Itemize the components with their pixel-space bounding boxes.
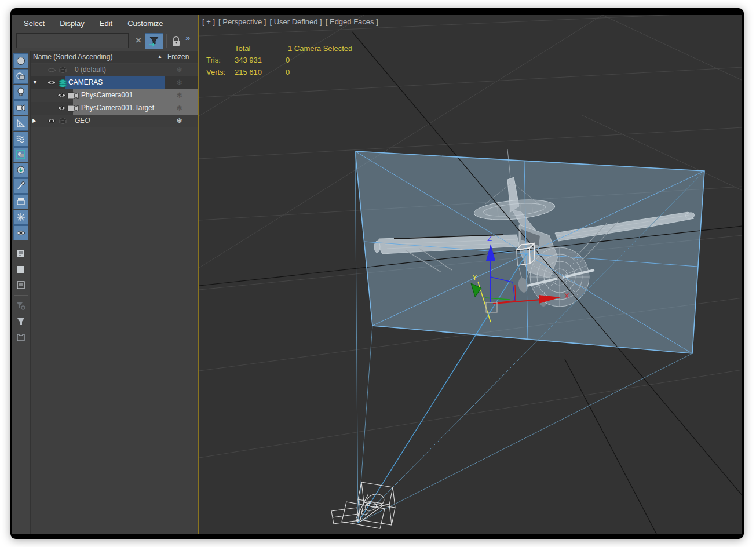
viewport-canvas[interactable]: X Y Z (199, 15, 742, 534)
display-containers-button[interactable] (13, 194, 28, 209)
display-hidden-button[interactable] (13, 225, 28, 240)
camera-object-icon (67, 92, 79, 100)
menu-edit[interactable]: Edit (100, 19, 112, 28)
cell-divider (165, 76, 165, 89)
group-icon (16, 149, 26, 160)
list-icon (16, 249, 26, 259)
set-square-icon (16, 118, 26, 129)
camera-icon (16, 103, 26, 113)
frozen-toggle[interactable]: ❄ (176, 91, 182, 100)
lightbulb-icon (16, 87, 26, 97)
layer-label: CAMERAS (68, 78, 103, 86)
perspective-viewport[interactable]: X Y Z [ + ] [ Perspective ] [ User Defin… (199, 15, 742, 534)
camera-object-icon (67, 104, 79, 112)
square-icon (16, 264, 26, 275)
stats-tris-selected: 0 (286, 56, 290, 64)
funnel-gear-icon (16, 301, 26, 311)
viewport-label: [ + ] [ Perspective ] [ User Defined ] [… (202, 17, 378, 26)
menu-customize[interactable]: Customize (127, 19, 163, 28)
physcamera-body[interactable] (331, 482, 395, 528)
tree-row-geo-layer[interactable]: ▶ GEO ❄ (31, 115, 198, 127)
funnel-icon (148, 35, 160, 47)
display-spacewarps-button[interactable] (13, 132, 28, 147)
shapes-icon (16, 71, 26, 82)
frozen-toggle[interactable]: ❄ (176, 65, 182, 74)
menu-select[interactable]: Select (24, 19, 45, 28)
display-xrefs-button[interactable] (13, 163, 28, 178)
lock-icon (171, 36, 181, 46)
stats-verts-selected: 0 (286, 68, 290, 76)
column-name[interactable]: Name (Sorted Ascending) (33, 53, 112, 61)
camera-target-label: PhysCamera001.Target (81, 104, 154, 112)
tree-row-physcamera001-target[interactable]: PhysCamera001.Target ❄ (31, 102, 198, 115)
overflow-chevrons[interactable]: » (185, 32, 190, 42)
toolbar-separator (166, 34, 167, 48)
funnel-icon (16, 316, 26, 327)
list-view-button[interactable] (13, 246, 28, 261)
collection-basket-button[interactable] (13, 330, 28, 345)
display-helpers-button[interactable] (13, 116, 28, 131)
document-icon (16, 280, 26, 290)
axis-label-x: X (564, 291, 569, 300)
stats-verts-total: 215 610 (235, 68, 262, 76)
app-window: Select Display Edit Customize × (10, 8, 744, 539)
viewport-menu-shading[interactable]: [ Edged Faces ] (326, 17, 378, 26)
display-lights-button[interactable] (13, 85, 28, 100)
display-groups-button[interactable] (13, 147, 28, 162)
display-geometry-button[interactable] (13, 53, 28, 68)
document-view-button[interactable] (13, 278, 28, 293)
menu-display[interactable]: Display (60, 19, 85, 28)
cell-divider (165, 64, 165, 76)
layer-icon (58, 66, 68, 75)
viewport-menu-pov[interactable]: [ Perspective ] (218, 17, 266, 26)
toolbar-separator (14, 295, 28, 296)
eye-visible-icon[interactable] (46, 79, 57, 86)
column-frozen[interactable]: Frozen (167, 53, 189, 61)
clear-search-icon[interactable]: × (132, 34, 145, 48)
viewport-menu-general[interactable]: [ + ] (202, 17, 215, 26)
cell-divider (165, 115, 165, 127)
bone-icon (16, 181, 26, 191)
search-row: × » (12, 31, 198, 51)
sphere-icon (16, 56, 26, 66)
frozen-toggle[interactable]: ❄ (176, 104, 182, 112)
xref-icon (16, 165, 26, 176)
camera-label: PhysCamera001 (81, 91, 133, 99)
column-divider[interactable] (165, 51, 165, 63)
display-bones-button[interactable] (13, 178, 28, 194)
layer-active-icon (58, 79, 68, 88)
eye-visible-icon[interactable] (46, 117, 57, 125)
frozen-toggle[interactable]: ❄ (176, 116, 182, 125)
tree-row-physcamera001[interactable]: PhysCamera001 ❄ (31, 89, 198, 102)
filter-toggle-button[interactable] (145, 33, 163, 49)
collapse-arrow[interactable]: ▶ (32, 118, 36, 123)
basket-icon (16, 332, 26, 342)
sort-ascending-icon[interactable]: ▲ (158, 54, 162, 59)
cell-divider (165, 89, 165, 102)
display-shapes-button[interactable] (13, 69, 28, 84)
eye-visible-icon[interactable] (57, 92, 67, 99)
display-cameras-button[interactable] (13, 100, 28, 115)
filter-config-button[interactable] (13, 298, 28, 313)
filter-button[interactable] (13, 314, 28, 329)
cell-divider (165, 102, 165, 115)
frozen-toggle[interactable]: ❄ (176, 78, 182, 87)
lock-button[interactable] (169, 33, 184, 49)
stats-total-header: Total (235, 44, 250, 53)
scene-explorer-panel: Select Display Edit Customize × (12, 15, 198, 534)
viewport-menu-user-defined[interactable]: [ User Defined ] (269, 17, 322, 26)
eye-visible-icon[interactable] (57, 104, 67, 112)
tree-row-default-layer[interactable]: 0 (default) ❄ (31, 64, 198, 76)
display-frozen-button[interactable] (13, 210, 28, 225)
tree-row-cameras-layer[interactable]: ▼ CAMERAS ❄ (31, 76, 198, 89)
axis-label-y: Y (472, 273, 477, 282)
snowflake-icon (16, 212, 26, 223)
layer-icon (58, 117, 68, 126)
toolbar-separator (14, 243, 28, 243)
square-toggle-button[interactable] (13, 262, 28, 277)
search-input[interactable] (16, 33, 129, 48)
eye-icon (16, 228, 26, 238)
eye-hidden-icon[interactable] (46, 66, 57, 74)
expand-arrow[interactable]: ▼ (32, 79, 38, 85)
stats-selected-header: 1 Camera Selected (288, 44, 352, 53)
